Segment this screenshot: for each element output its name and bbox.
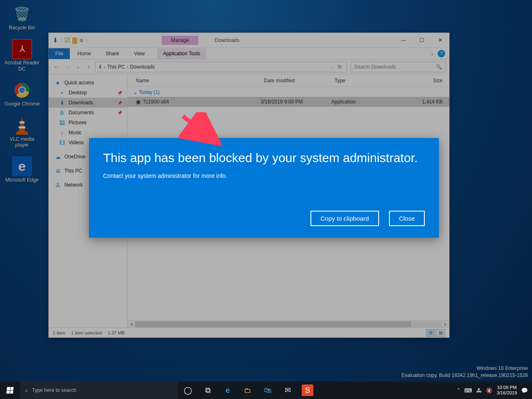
minimize-button[interactable]: ─	[394, 34, 413, 47]
mail-icon[interactable]: ✉	[278, 382, 298, 399]
sidebar-music[interactable]: ♪Music	[49, 128, 127, 138]
horizontal-scrollbar[interactable]: ‹ ›	[128, 320, 449, 328]
sidebar-downloads[interactable]: ⬇Downloads📌	[49, 98, 127, 108]
pin-icon: 📌	[117, 101, 122, 105]
cortana-icon[interactable]: ◯	[178, 382, 198, 399]
close-button[interactable]: Close	[389, 211, 425, 226]
recent-button[interactable]: ⌄	[74, 62, 83, 71]
search-box[interactable]: Search Downloads 🔍	[350, 62, 446, 72]
file-row[interactable]: ▣7z1900-x64 3/16/2019 9:00 PM Applicatio…	[128, 97, 449, 107]
pin-icon: 📌	[117, 91, 122, 95]
home-tab[interactable]: Home	[70, 48, 98, 59]
scroll-left-icon[interactable]: ‹	[128, 320, 135, 328]
status-bar: 1 item 1 item selected 1.37 MB ☰ ▤	[49, 328, 449, 337]
blocked-dialog: This app has been blocked by your system…	[89, 138, 439, 238]
watermark: Windows 10 Enterprise Evaluation copy. B…	[401, 365, 528, 379]
tray-input-icon[interactable]: ⌨	[464, 387, 472, 394]
status-selected: 1 item selected	[71, 330, 102, 335]
ribbon-tabs: File Home Share View Application Tools ⌄…	[49, 48, 449, 59]
col-date[interactable]: Date modified	[261, 78, 331, 84]
view-tab[interactable]: View	[126, 48, 152, 59]
task-view-icon[interactable]: ⧉	[198, 382, 218, 399]
quick-access[interactable]: ★Quick access	[49, 78, 127, 88]
search-placeholder: Search Downloads	[354, 64, 396, 70]
status-size: 1.37 MB	[108, 330, 125, 335]
system-tray: ˄ ⌨ 🖧 🔇 10:08 PM 3/16/2019 💬	[453, 382, 532, 399]
pin-icon: 📌	[117, 111, 122, 115]
sidebar-desktop[interactable]: ▪Desktop📌	[49, 88, 127, 98]
quick-folder-icon[interactable]: ▇	[72, 37, 77, 44]
nav-row: ← → ⌄ ↑ ⬇ › This PC › Downloads ⌄ ↻ Sear…	[49, 59, 449, 74]
snagit-icon[interactable]: S	[302, 384, 313, 396]
search-icon: 🔍	[436, 64, 442, 70]
breadcrumb-folder[interactable]: Downloads	[130, 64, 155, 70]
status-items: 1 item	[53, 330, 65, 335]
tray-volume-icon[interactable]: 🔇	[486, 387, 493, 394]
dialog-heading: This app has been blocked by your system…	[103, 150, 425, 166]
share-tab[interactable]: Share	[98, 48, 126, 59]
edge-icon[interactable]: e Microsoft Edge	[3, 156, 41, 183]
column-headers: Name Date modified Type Size	[128, 74, 449, 87]
scroll-right-icon[interactable]: ›	[442, 320, 448, 328]
search-icon: ⌕	[25, 387, 28, 393]
file-name: 7z1900-x64	[143, 99, 169, 105]
windows-logo-icon	[6, 387, 14, 394]
svg-rect-5	[19, 126, 25, 128]
quick-check-icon[interactable]: ☑	[64, 37, 70, 44]
ribbon-expand-icon[interactable]: ⌄	[430, 51, 434, 57]
tray-clock[interactable]: 10:08 PM 3/16/2019	[497, 385, 517, 396]
tray-chevron-icon[interactable]: ˄	[457, 387, 460, 394]
copy-to-clipboard-button[interactable]: Copy to clipboard	[310, 211, 379, 226]
view-details-icon[interactable]: ☰	[426, 329, 435, 337]
col-type[interactable]: Type	[331, 78, 394, 84]
close-window-button[interactable]: ✕	[431, 34, 449, 47]
svg-marker-3	[19, 117, 25, 131]
desktop-icons: 🗑️ Recycle Bin ⅄ Acrobat Reader DC Googl…	[3, 4, 41, 192]
file-type: Application	[331, 99, 394, 105]
dialog-body: Contact your system administrator for mo…	[103, 172, 425, 179]
app-tools-tab[interactable]: Application Tools	[157, 48, 206, 59]
start-button[interactable]	[0, 382, 20, 399]
forward-button[interactable]: →	[63, 62, 72, 71]
recycle-bin-icon[interactable]: 🗑️ Recycle Bin	[3, 4, 41, 31]
refresh-icon[interactable]: ↻	[336, 64, 344, 70]
tray-network-icon[interactable]: 🖧	[476, 387, 482, 394]
quick-dropdown-icon[interactable]: ≡	[80, 37, 84, 44]
group-header[interactable]: ⌄ Today (1)	[128, 87, 449, 97]
titlebar: ⬇ | ☑ ▇ ≡ | Manage Downloads ─ ☐ ✕	[49, 33, 449, 48]
file-size: 1,414 KB	[394, 99, 449, 105]
svg-marker-6	[15, 131, 29, 135]
vlc-icon[interactable]: VLC media player	[3, 116, 41, 148]
svg-rect-4	[20, 121, 25, 123]
sidebar-documents[interactable]: 🗎Documents📌	[49, 108, 127, 118]
breadcrumb-root[interactable]: This PC	[107, 64, 125, 70]
edge-taskbar-icon[interactable]: e	[218, 382, 238, 399]
help-icon[interactable]: ?	[438, 50, 445, 57]
svg-point-2	[19, 87, 25, 93]
manage-tab[interactable]: Manage	[162, 36, 198, 45]
action-center-icon[interactable]: 💬	[521, 387, 528, 394]
explorer-taskbar-icon[interactable]: 🗀	[238, 382, 258, 399]
maximize-button[interactable]: ☐	[413, 34, 431, 47]
up-button[interactable]: ↑	[84, 62, 94, 71]
view-large-icon[interactable]: ▤	[436, 329, 445, 337]
window-title: Downloads	[215, 37, 239, 43]
down-arrow-icon: ⬇	[98, 64, 102, 70]
store-icon[interactable]: 🛍	[258, 382, 278, 399]
exe-icon: ▣	[136, 99, 140, 105]
quick-down-icon[interactable]: ⬇	[53, 37, 58, 44]
taskbar-search[interactable]: ⌕ Type here to search	[20, 382, 178, 399]
taskbar: ⌕ Type here to search ◯ ⧉ e 🗀 🛍 ✉ S ˄ ⌨ …	[0, 382, 532, 399]
col-name[interactable]: Name	[128, 78, 261, 84]
file-date: 3/16/2019 9:00 PM	[261, 99, 331, 105]
sidebar-pictures[interactable]: 🖼Pictures	[49, 118, 127, 128]
chrome-icon[interactable]: Google Chrome	[3, 80, 41, 107]
file-tab[interactable]: File	[49, 48, 70, 59]
back-button[interactable]: ←	[52, 62, 61, 71]
breadcrumb[interactable]: ⬇ › This PC › Downloads ⌄ ↻	[95, 62, 347, 72]
col-size[interactable]: Size	[394, 78, 449, 84]
acrobat-icon[interactable]: ⅄ Acrobat Reader DC	[3, 39, 41, 72]
